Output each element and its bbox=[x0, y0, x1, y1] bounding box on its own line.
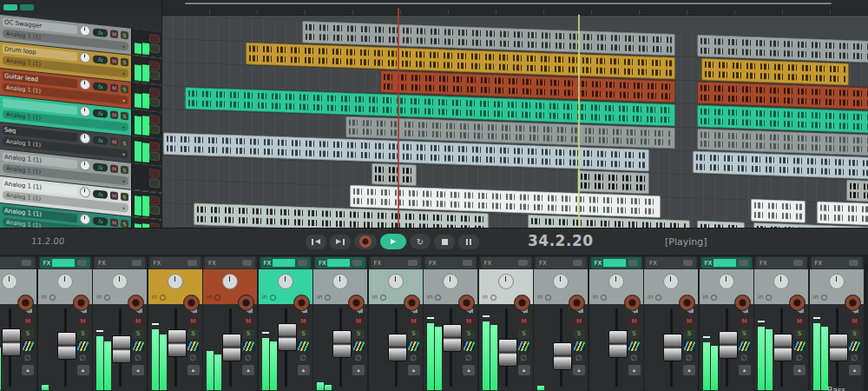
repeat-button[interactable]: ↻ bbox=[410, 234, 431, 249]
mixer-strip[interactable]: FX in M S ∅ ▴ bbox=[479, 256, 533, 391]
input-button[interactable] bbox=[214, 295, 220, 301]
volume-fader[interactable] bbox=[498, 339, 517, 367]
arrange-clips-area[interactable] bbox=[161, 0, 868, 228]
folder-icon[interactable]: ▴ bbox=[298, 365, 310, 375]
track-monitor-button[interactable] bbox=[149, 178, 160, 188]
mute-button[interactable]: M bbox=[628, 317, 640, 327]
pan-knob[interactable] bbox=[2, 274, 17, 289]
record-arm-button[interactable] bbox=[789, 295, 806, 311]
mute-button[interactable]: M bbox=[684, 317, 695, 327]
phase-icon[interactable]: ∅ bbox=[521, 354, 528, 362]
audio-clip[interactable] bbox=[846, 180, 868, 202]
folder-icon[interactable]: ▴ bbox=[77, 365, 89, 375]
mixer-strip[interactable]: FX in M S ∅ ▴ bbox=[38, 256, 92, 391]
phase-icon[interactable]: ∅ bbox=[465, 354, 472, 362]
mixer-strip[interactable]: FX in M S ∅ ▴ bbox=[93, 256, 147, 391]
mixer-strip[interactable]: FX in M S ∅ ▴ bbox=[754, 256, 808, 391]
track-monitor-button[interactable] bbox=[149, 124, 160, 134]
pan-knob[interactable] bbox=[663, 274, 679, 289]
solo-button[interactable]: S bbox=[23, 329, 34, 339]
record-arm-button[interactable] bbox=[404, 295, 420, 311]
strip-fx-button[interactable]: FX bbox=[481, 257, 531, 268]
input-button[interactable] bbox=[821, 295, 827, 301]
phase-icon[interactable]: ∅ bbox=[135, 354, 141, 362]
track-monitor-button[interactable] bbox=[149, 205, 160, 215]
input-button[interactable] bbox=[601, 295, 607, 301]
track-record-arm-button[interactable] bbox=[149, 88, 160, 97]
track-fx-button[interactable]: fx bbox=[93, 216, 108, 226]
phase-icon[interactable]: ∅ bbox=[355, 354, 362, 362]
record-arm-button[interactable] bbox=[73, 295, 89, 311]
mute-button[interactable]: M bbox=[574, 317, 585, 327]
phase-icon[interactable]: ∅ bbox=[80, 354, 87, 362]
track-fx-button[interactable]: fx bbox=[93, 55, 108, 64]
record-arm-button[interactable] bbox=[293, 295, 310, 311]
mute-button[interactable]: M bbox=[133, 317, 144, 327]
strip-fx-button[interactable]: FX bbox=[812, 257, 862, 268]
audio-clip[interactable] bbox=[751, 199, 806, 223]
folder-icon[interactable]: ▴ bbox=[739, 365, 751, 375]
track-record-arm-button[interactable] bbox=[149, 115, 160, 124]
solo-button[interactable]: S bbox=[739, 329, 750, 339]
mixer-strip[interactable]: FX in M S ∅ ▴ Bass bbox=[810, 256, 864, 391]
mute-button[interactable]: M bbox=[23, 317, 34, 327]
mixer-strip[interactable]: FX in M S ∅ ▴ bbox=[0, 256, 36, 391]
pan-knob[interactable] bbox=[332, 274, 348, 289]
pan-knob[interactable] bbox=[829, 274, 845, 289]
volume-fader[interactable] bbox=[773, 334, 792, 361]
input-button[interactable] bbox=[380, 295, 386, 301]
track-monitor-button[interactable] bbox=[149, 70, 160, 80]
input-button[interactable] bbox=[49, 295, 56, 301]
track-solo-button[interactable]: S bbox=[121, 138, 128, 147]
folder-icon[interactable]: ▴ bbox=[463, 365, 475, 375]
mute-button[interactable]: M bbox=[739, 317, 750, 327]
routing-icon[interactable] bbox=[628, 341, 640, 351]
volume-fader[interactable] bbox=[57, 332, 76, 360]
pan-knob[interactable] bbox=[553, 274, 569, 289]
volume-fader[interactable] bbox=[443, 324, 462, 352]
audio-clip[interactable] bbox=[817, 201, 868, 225]
record-arm-button[interactable] bbox=[17, 295, 34, 311]
folder-icon[interactable]: ▴ bbox=[408, 365, 420, 375]
mixer-strip[interactable]: FX in M S ∅ ▴ bbox=[369, 256, 423, 391]
pan-knob[interactable] bbox=[443, 274, 458, 289]
track-volume-knob[interactable] bbox=[80, 79, 90, 90]
track-solo-button[interactable]: S bbox=[121, 30, 128, 39]
input-button[interactable] bbox=[160, 295, 166, 301]
track-record-arm-button[interactable] bbox=[149, 61, 160, 70]
routing-icon[interactable] bbox=[739, 341, 750, 351]
input-button[interactable] bbox=[766, 295, 772, 301]
record-arm-button[interactable] bbox=[624, 295, 641, 311]
record-arm-button[interactable] bbox=[845, 295, 861, 311]
track-solo-button[interactable]: S bbox=[121, 111, 128, 120]
pause-button[interactable] bbox=[458, 235, 479, 249]
solo-button[interactable]: S bbox=[408, 329, 419, 339]
mute-button[interactable]: M bbox=[794, 317, 806, 327]
volume-fader[interactable] bbox=[168, 329, 187, 357]
audio-clip[interactable] bbox=[697, 221, 745, 228]
track-fx-button[interactable]: fx bbox=[93, 162, 108, 172]
pan-knob[interactable] bbox=[57, 274, 73, 289]
audio-clip[interactable] bbox=[528, 215, 690, 228]
routing-icon[interactable] bbox=[794, 341, 806, 351]
mute-button[interactable]: M bbox=[408, 317, 419, 327]
pan-knob[interactable] bbox=[773, 274, 789, 289]
mute-button[interactable]: M bbox=[353, 317, 365, 327]
track-mute-button[interactable]: M bbox=[110, 56, 118, 65]
pan-knob[interactable] bbox=[222, 274, 238, 289]
folder-icon[interactable]: ▴ bbox=[849, 365, 861, 375]
mixer-strip[interactable]: FX in M S ∅ ▴ bbox=[313, 256, 367, 391]
phase-icon[interactable]: ∅ bbox=[190, 354, 197, 362]
input-button[interactable] bbox=[325, 295, 331, 301]
record-arm-button[interactable] bbox=[514, 295, 530, 311]
track-solo-button[interactable]: S bbox=[121, 192, 128, 201]
input-button[interactable] bbox=[490, 295, 496, 301]
pan-knob[interactable] bbox=[498, 274, 514, 289]
solo-button[interactable]: S bbox=[849, 329, 860, 339]
timeline-ruler[interactable] bbox=[161, 0, 868, 16]
mute-button[interactable]: M bbox=[298, 317, 309, 327]
strip-fx-button[interactable]: FX bbox=[260, 257, 311, 268]
track-monitor-button[interactable] bbox=[149, 151, 160, 161]
folder-icon[interactable]: ▴ bbox=[628, 365, 641, 375]
track-solo-button[interactable]: S bbox=[121, 57, 128, 66]
